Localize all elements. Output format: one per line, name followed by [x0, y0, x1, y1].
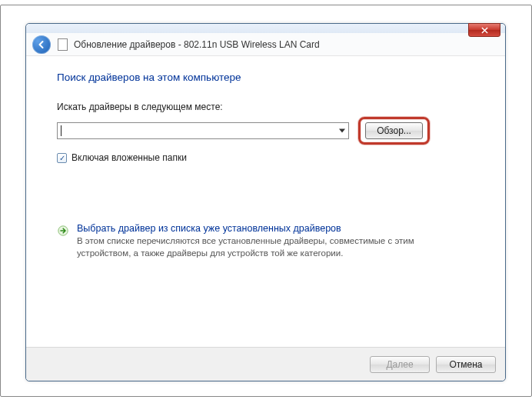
- driver-update-window: Обновление драйверов - 802.11n USB Wirel…: [25, 23, 506, 381]
- check-icon: ✓: [59, 154, 65, 162]
- cancel-button-label: Отмена: [449, 359, 482, 370]
- browse-highlight-annotation: Обзор...: [358, 117, 430, 145]
- content-area: Поиск драйверов на этом компьютере Искат…: [26, 56, 505, 264]
- page-heading: Поиск драйверов на этом компьютере: [57, 72, 480, 83]
- document-icon: [57, 38, 68, 51]
- browse-button-label: Обзор...: [377, 125, 411, 136]
- chevron-down-icon[interactable]: [339, 129, 345, 133]
- option-text-block: Выбрать драйвер из списка уже установлен…: [77, 223, 469, 259]
- green-arrow-icon: [57, 225, 69, 237]
- footer-bar: Далее Отмена: [26, 347, 505, 381]
- pick-from-list-option[interactable]: Выбрать драйвер из списка уже установлен…: [57, 218, 480, 264]
- option-title: Выбрать драйвер из списка уже установлен…: [77, 223, 469, 234]
- path-label: Искать драйверы в следующем месте:: [57, 102, 480, 112]
- close-icon: [481, 27, 488, 34]
- path-row: Обзор...: [57, 117, 480, 145]
- browse-button[interactable]: Обзор...: [365, 122, 423, 139]
- include-subfolders-checkbox[interactable]: ✓: [57, 153, 67, 163]
- path-combobox[interactable]: [57, 122, 349, 139]
- include-subfolders-row: ✓ Включая вложенные папки: [57, 152, 480, 163]
- nav-bar: Обновление драйверов - 802.11n USB Wirel…: [26, 33, 505, 56]
- back-arrow-icon: [37, 40, 46, 49]
- next-button[interactable]: Далее: [370, 356, 430, 373]
- cancel-button[interactable]: Отмена: [436, 356, 496, 373]
- option-description: В этом списке перечисляются все установл…: [77, 235, 469, 259]
- back-button[interactable]: [32, 35, 51, 54]
- close-button[interactable]: [468, 23, 500, 37]
- window-title: Обновление драйверов - 802.11n USB Wirel…: [74, 39, 320, 50]
- text-caret: [61, 125, 62, 136]
- include-subfolders-label: Включая вложенные папки: [71, 152, 187, 163]
- next-button-label: Далее: [386, 359, 413, 370]
- titlebar: [26, 24, 505, 33]
